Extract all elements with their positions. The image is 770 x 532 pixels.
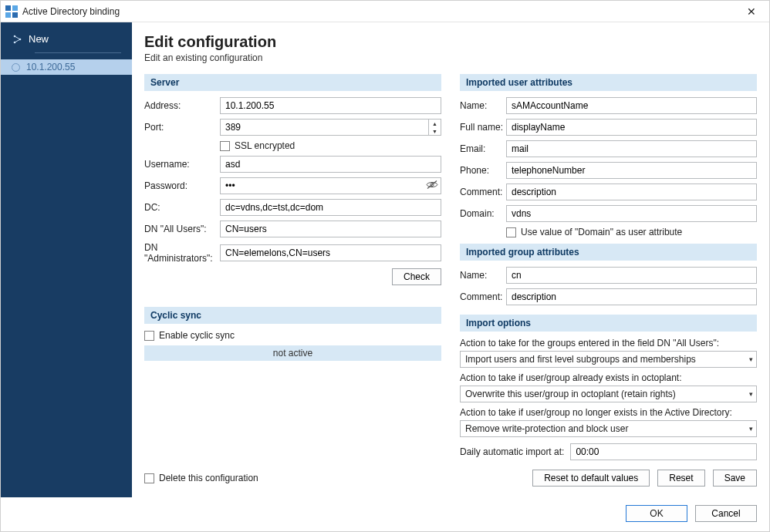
action-all-label: Action to take for the groups entered in…	[460, 338, 757, 348]
dn-all-input[interactable]	[220, 221, 441, 237]
window-title: Active Directory binding	[22, 6, 738, 17]
port-label: Port:	[144, 122, 220, 133]
section-user-attrs: Imported user attributes	[460, 74, 757, 91]
action-exists-select[interactable]: Overwrite this user/group in octoplant (…	[460, 386, 757, 402]
sidebar-separator	[35, 52, 121, 53]
ua-comment-label: Comment:	[460, 187, 506, 197]
port-stepper[interactable]: ▲▼	[220, 119, 441, 136]
svg-rect-1	[12, 5, 18, 11]
password-input[interactable]	[220, 177, 441, 194]
checkbox-box-icon[interactable]	[144, 331, 154, 341]
arrow-down-icon[interactable]: ▼	[429, 127, 441, 135]
ua-domain-input[interactable]	[506, 205, 757, 222]
dn-admin-input[interactable]	[220, 244, 441, 261]
ua-phone-input[interactable]	[506, 162, 757, 179]
action-exists-label: Action to take if user/group already exi…	[460, 372, 757, 383]
cancel-button[interactable]: Cancel	[695, 505, 757, 522]
titlebar: Active Directory binding ✕	[1, 1, 769, 22]
ok-button[interactable]: OK	[626, 505, 687, 522]
ga-name-label: Name:	[460, 270, 506, 281]
ua-name-label: Name:	[460, 100, 506, 111]
daily-label: Daily automatic import at:	[460, 446, 564, 457]
page-subtitle: Edit an existing configuration	[144, 52, 757, 63]
action-all-value: Import users and first level subgroups a…	[465, 354, 696, 365]
port-input[interactable]	[221, 120, 428, 135]
close-button[interactable]: ✕	[738, 1, 765, 22]
main-content: Edit configuration Edit an existing conf…	[132, 22, 769, 497]
ua-phone-label: Phone:	[460, 165, 506, 176]
page-title: Edit configuration	[144, 33, 757, 51]
reset-button[interactable]: Reset	[657, 470, 704, 487]
checkbox-box-icon[interactable]	[144, 473, 154, 483]
daily-input[interactable]	[570, 443, 757, 460]
section-group-attrs: Imported group attributes	[460, 244, 757, 261]
sidebar-item-label: 10.1.200.55	[26, 62, 75, 72]
action-missing-value: Remove write-protection and block user	[465, 423, 628, 434]
svg-rect-2	[5, 12, 11, 18]
dc-label: DC:	[144, 202, 220, 213]
cyclic-status: not active	[144, 345, 441, 361]
section-import-opts: Import options	[460, 315, 757, 332]
spin-arrows[interactable]: ▲▼	[428, 120, 441, 135]
enable-cyclic-label: Enable cyclic sync	[159, 330, 235, 341]
chevron-down-icon: ▾	[749, 425, 753, 433]
dn-admin-label: DN "Administrators":	[144, 242, 220, 264]
action-missing-select[interactable]: Remove write-protection and block user ▾	[460, 420, 757, 437]
dc-input[interactable]	[220, 199, 441, 216]
sidebar-new[interactable]: New	[1, 29, 132, 49]
delete-config-label: Delete this configuration	[159, 473, 258, 483]
dn-all-label: DN "All Users":	[144, 224, 220, 234]
ga-comment-label: Comment:	[460, 291, 506, 302]
ua-email-input[interactable]	[506, 140, 757, 157]
use-domain-checkbox[interactable]: Use value of "Domain" as user attribute	[506, 227, 757, 237]
password-label: Password:	[144, 180, 220, 191]
delete-config-checkbox[interactable]: Delete this configuration	[144, 473, 258, 483]
ssl-checkbox-label: SSL encrypted	[235, 140, 295, 151]
ua-fullname-label: Full name:	[460, 122, 506, 133]
ua-name-input[interactable]	[506, 97, 757, 114]
username-input[interactable]	[220, 156, 441, 173]
ga-name-input[interactable]	[506, 267, 757, 284]
ua-email-label: Email:	[460, 143, 506, 154]
svg-rect-0	[5, 5, 11, 11]
ga-comment-input[interactable]	[506, 288, 757, 305]
ua-fullname-input[interactable]	[506, 119, 757, 136]
window: Active Directory binding ✕ New 10.1.200.…	[0, 0, 770, 532]
chevron-down-icon: ▾	[749, 390, 753, 398]
username-label: Username:	[144, 159, 220, 170]
action-missing-label: Action to take if user/group no longer e…	[460, 407, 757, 418]
tree-icon	[12, 34, 22, 45]
ua-comment-input[interactable]	[506, 184, 757, 200]
chevron-down-icon: ▾	[749, 355, 753, 363]
sidebar-new-label: New	[29, 33, 49, 45]
arrow-up-icon[interactable]: ▲	[429, 120, 441, 127]
action-all-select[interactable]: Import users and first level subgroups a…	[460, 351, 757, 368]
ua-domain-label: Domain:	[460, 208, 506, 219]
eye-slash-icon[interactable]	[426, 180, 438, 192]
section-server: Server	[144, 74, 441, 91]
checkbox-box-icon[interactable]	[506, 227, 516, 237]
sidebar-item-config[interactable]: 10.1.200.55	[1, 59, 132, 75]
ssl-checkbox[interactable]: SSL encrypted	[220, 140, 441, 151]
enable-cyclic-checkbox[interactable]: Enable cyclic sync	[144, 330, 441, 341]
action-exists-value: Overwrite this user/group in octoplant (…	[465, 389, 676, 399]
address-input[interactable]	[220, 97, 441, 114]
section-cyclic: Cyclic sync	[144, 307, 441, 324]
sidebar: New 10.1.200.55	[1, 22, 132, 497]
address-label: Address:	[144, 100, 220, 111]
svg-rect-3	[12, 12, 18, 18]
reset-defaults-button[interactable]: Reset to default values	[532, 470, 650, 487]
check-button[interactable]: Check	[392, 268, 441, 285]
checkbox-box-icon[interactable]	[220, 141, 230, 151]
app-icon	[5, 5, 18, 18]
use-domain-label: Use value of "Domain" as user attribute	[521, 227, 682, 237]
save-button[interactable]: Save	[713, 470, 757, 487]
circle-icon	[12, 63, 20, 72]
dialog-footer: OK Cancel	[1, 497, 769, 531]
